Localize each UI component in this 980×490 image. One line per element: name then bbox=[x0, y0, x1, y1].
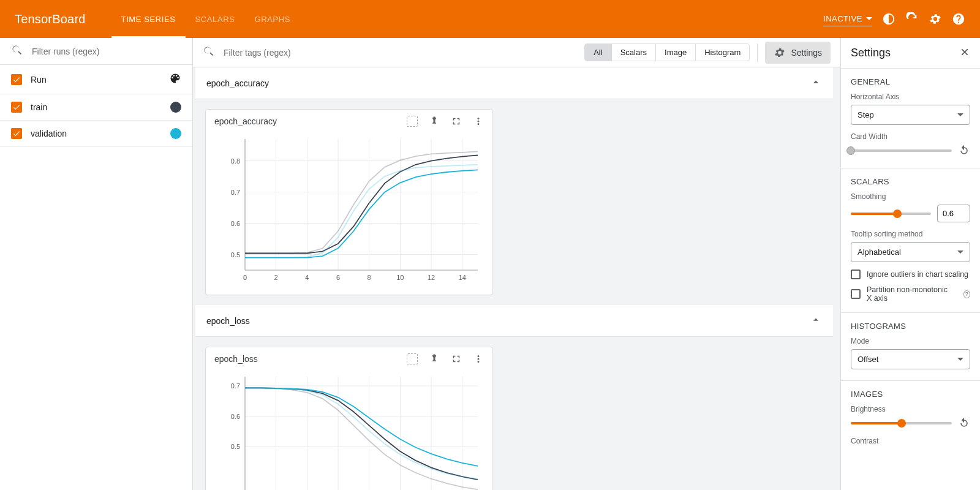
run-row-train[interactable]: train bbox=[0, 94, 192, 121]
reload-mode-select[interactable]: INACTIVE bbox=[823, 12, 872, 26]
fit-domain-icon[interactable] bbox=[407, 116, 418, 127]
chevron-down-icon bbox=[957, 113, 963, 116]
smoothing-input[interactable] bbox=[937, 205, 970, 222]
svg-text:0.6: 0.6 bbox=[231, 220, 240, 227]
hist-mode-select[interactable]: Offset bbox=[851, 349, 970, 369]
chart-card-accuracy: epoch_accuracy 0.50.60.70.802468101214 bbox=[205, 109, 493, 295]
hist-mode-value: Offset bbox=[858, 355, 878, 364]
close-icon[interactable] bbox=[959, 47, 970, 59]
group-title: epoch_accuracy bbox=[206, 78, 810, 88]
refresh-icon[interactable] bbox=[905, 12, 919, 26]
filter-runs-input[interactable] bbox=[32, 47, 181, 56]
tab-graphs[interactable]: GRAPHS bbox=[244, 0, 300, 38]
tab-time-series[interactable]: TIME SERIES bbox=[111, 0, 186, 38]
svg-text:0.5: 0.5 bbox=[231, 443, 240, 450]
settings-button-label: Settings bbox=[791, 48, 822, 58]
theme-toggle-icon[interactable] bbox=[882, 12, 895, 26]
run-color-train[interactable] bbox=[170, 102, 181, 113]
fit-domain-icon[interactable] bbox=[407, 353, 418, 364]
svg-text:0.8: 0.8 bbox=[231, 157, 240, 165]
section-scalars-label: SCALARS bbox=[851, 177, 970, 186]
haxis-select[interactable]: Step bbox=[851, 105, 970, 125]
main-toolbar: All Scalars Image Histogram Settings bbox=[193, 38, 840, 67]
group-title: epoch_loss bbox=[206, 316, 810, 326]
more-vert-icon[interactable] bbox=[473, 116, 484, 127]
reset-icon[interactable] bbox=[958, 145, 970, 157]
search-icon bbox=[203, 45, 215, 59]
divider bbox=[757, 43, 758, 62]
group-header-accuracy[interactable]: epoch_accuracy bbox=[195, 67, 833, 99]
logo: TensorBoard bbox=[15, 12, 86, 26]
partition-x-checkbox[interactable]: Partition non-monotonic X axis ? bbox=[851, 285, 970, 303]
tooltip-sort-value: Alphabetical bbox=[858, 247, 901, 257]
section-general-label: GENERAL bbox=[851, 77, 970, 86]
gear-icon bbox=[774, 47, 786, 59]
help-icon[interactable]: ? bbox=[963, 290, 970, 298]
help-icon[interactable] bbox=[952, 12, 965, 26]
section-images-label: IMAGES bbox=[851, 390, 970, 399]
run-label-train: train bbox=[31, 102, 162, 112]
tooltip-sort-label: Tooltip sorting method bbox=[851, 230, 970, 238]
runs-header-row[interactable]: Run bbox=[0, 65, 192, 94]
checkbox-icon bbox=[851, 289, 861, 299]
smoothing-slider[interactable] bbox=[851, 213, 931, 215]
ignore-outliers-checkbox[interactable]: Ignore outliers in chart scaling bbox=[851, 270, 970, 279]
smoothing-label: Smoothing bbox=[851, 192, 970, 201]
contrast-label: Contrast bbox=[851, 437, 970, 445]
run-row-validation[interactable]: validation bbox=[0, 121, 192, 147]
checkbox-icon bbox=[851, 270, 861, 279]
checkbox-validation[interactable] bbox=[11, 128, 22, 139]
reset-icon[interactable] bbox=[958, 417, 970, 429]
chip-scalars[interactable]: Scalars bbox=[612, 44, 656, 61]
haxis-value: Step bbox=[858, 110, 874, 119]
svg-text:6: 6 bbox=[336, 274, 340, 281]
settings-button[interactable]: Settings bbox=[765, 42, 831, 64]
main-area: All Scalars Image Histogram Settings epo… bbox=[193, 38, 840, 490]
nav-tabs: TIME SERIES SCALARS GRAPHS bbox=[111, 0, 300, 38]
settings-title: Settings bbox=[851, 47, 959, 59]
card-title: epoch_accuracy bbox=[214, 116, 407, 126]
gear-icon[interactable] bbox=[929, 12, 942, 26]
pin-icon[interactable] bbox=[429, 353, 440, 364]
fullscreen-icon[interactable] bbox=[451, 116, 462, 127]
tab-scalars[interactable]: SCALARS bbox=[186, 0, 245, 38]
chart-accuracy[interactable]: 0.50.60.70.802468101214 bbox=[206, 129, 492, 295]
fullscreen-icon[interactable] bbox=[451, 353, 462, 364]
svg-text:0.6: 0.6 bbox=[231, 413, 240, 420]
svg-text:0.5: 0.5 bbox=[231, 251, 240, 258]
chevron-down-icon bbox=[866, 17, 872, 20]
brightness-label: Brightness bbox=[851, 405, 970, 413]
card-width-label: Card Width bbox=[851, 132, 970, 141]
tooltip-sort-select[interactable]: Alphabetical bbox=[851, 242, 970, 262]
svg-text:14: 14 bbox=[459, 274, 466, 281]
type-filter-chips: All Scalars Image Histogram bbox=[584, 43, 750, 61]
run-label-validation: validation bbox=[31, 129, 162, 138]
checkbox-train[interactable] bbox=[11, 102, 22, 113]
chevron-down-icon bbox=[957, 358, 963, 361]
group-header-loss[interactable]: epoch_loss bbox=[195, 305, 833, 337]
pin-icon[interactable] bbox=[429, 116, 440, 127]
settings-panel: Settings GENERAL Horizontal Axis Step Ca… bbox=[840, 38, 980, 490]
palette-icon[interactable] bbox=[169, 72, 181, 86]
charts-content: epoch_accuracy epoch_accuracy bbox=[193, 67, 840, 490]
chart-loss[interactable]: 0.50.60.702468101214 bbox=[206, 367, 492, 490]
chevron-up-icon bbox=[810, 76, 822, 90]
section-histograms-label: HISTOGRAMS bbox=[851, 322, 970, 331]
run-color-validation[interactable] bbox=[170, 128, 181, 139]
card-width-slider[interactable] bbox=[851, 149, 952, 152]
chip-histogram[interactable]: Histogram bbox=[696, 44, 749, 61]
svg-text:0: 0 bbox=[243, 274, 247, 281]
runs-header-label: Run bbox=[31, 75, 160, 85]
svg-text:8: 8 bbox=[368, 274, 371, 281]
runs-sidebar: Run train validation bbox=[0, 38, 193, 490]
checkbox-all-runs[interactable] bbox=[11, 74, 22, 85]
chip-all[interactable]: All bbox=[585, 44, 611, 61]
more-vert-icon[interactable] bbox=[473, 353, 484, 364]
chevron-up-icon bbox=[810, 314, 822, 328]
hist-mode-label: Mode bbox=[851, 337, 970, 345]
brightness-slider[interactable] bbox=[851, 422, 952, 424]
filter-tags-input[interactable] bbox=[224, 48, 577, 58]
chip-image[interactable]: Image bbox=[656, 44, 696, 61]
svg-text:4: 4 bbox=[305, 274, 309, 281]
svg-text:10: 10 bbox=[396, 274, 404, 281]
